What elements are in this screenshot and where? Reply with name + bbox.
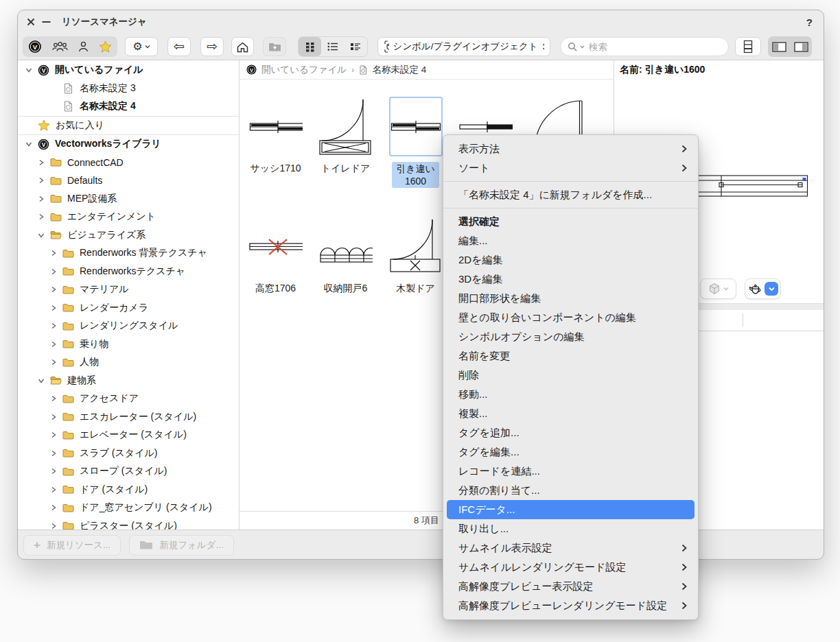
chevron-right-icon[interactable] xyxy=(49,268,58,275)
menu-item-attach-record[interactable]: レコードを連結... xyxy=(447,462,695,481)
sidebar-item-pilaster[interactable]: ピラスター (スタイル) xyxy=(18,517,239,530)
chevron-right-icon[interactable] xyxy=(49,250,58,257)
breadcrumb-current[interactable]: 名称未設定 4 xyxy=(372,64,426,76)
menu-item-hires-preview-display-settings[interactable]: 高解像度プレビュー表示設定 xyxy=(447,577,695,596)
up-folder-button[interactable] xyxy=(263,37,286,56)
chevron-down-icon[interactable] xyxy=(37,232,45,239)
menu-item-duplicate[interactable]: 複製... xyxy=(447,404,695,423)
sidebar-item-entertainment[interactable]: エンタテインメント xyxy=(18,208,239,226)
menu-item-confirm-selection[interactable]: 選択確定 xyxy=(447,212,695,231)
menu-item-edit[interactable]: 編集... xyxy=(447,231,695,250)
sidebar-item-vectorworks-library[interactable]: VVectorworksライブラリ xyxy=(18,135,239,154)
chevron-right-icon[interactable] xyxy=(49,431,58,438)
settings-menu-button[interactable]: ⚙ xyxy=(125,37,158,56)
menu-item-edit-tags[interactable]: タグを編集... xyxy=(447,442,695,462)
search-input[interactable] xyxy=(587,41,721,53)
list-view-button[interactable] xyxy=(321,37,344,56)
menu-item-display-method[interactable]: 表示方法 xyxy=(447,139,695,158)
render-mode-dropdown[interactable] xyxy=(765,282,778,296)
sidebar-item-slab[interactable]: スラブ (スタイル) xyxy=(18,444,239,463)
menu-item-edit-opening-shape[interactable]: 開口部形状を編集 xyxy=(447,289,695,308)
chevron-right-icon[interactable] xyxy=(37,177,45,184)
close-icon[interactable] xyxy=(27,18,35,26)
favorites-star-icon[interactable] xyxy=(99,40,112,53)
sidebar-item-building[interactable]: 建物系 xyxy=(18,372,239,390)
resource-item-storage-door-6[interactable]: 収納開戸6 xyxy=(311,217,380,294)
chevron-right-icon[interactable] xyxy=(49,322,58,329)
new-folder-button[interactable]: 新規フォルダ... xyxy=(129,535,234,556)
breadcrumb-root[interactable]: 開いているファイル xyxy=(261,64,347,76)
menu-item-ifc-data[interactable]: IFCデータ... xyxy=(447,500,695,519)
chevron-right-icon[interactable] xyxy=(49,395,58,402)
resource-item-wooden-door[interactable]: 木製ドア xyxy=(381,217,450,294)
right-panel-toggle-button[interactable] xyxy=(794,42,808,52)
resource-type-dropdown[interactable]: シンボル/プラグインオブジェクト xyxy=(377,37,550,56)
chevron-down-icon[interactable] xyxy=(25,67,33,73)
menu-item-thumbnail-display-settings[interactable]: サムネイル表示設定 xyxy=(447,538,695,558)
chevron-right-icon[interactable] xyxy=(49,486,58,493)
sidebar-item-rw-textures[interactable]: Renderworksテクスチャ xyxy=(18,263,239,281)
new-resource-button[interactable]: +新規リソース... xyxy=(23,535,121,556)
chevron-right-icon[interactable] xyxy=(49,341,58,348)
sidebar-item-escalator[interactable]: エスカレーター (スタイル) xyxy=(18,408,239,427)
chevron-right-icon[interactable] xyxy=(37,159,45,166)
sidebar-item-untitled-4[interactable]: 名称未設定 4 xyxy=(18,97,239,116)
chevron-right-icon[interactable] xyxy=(49,359,58,366)
chevron-right-icon[interactable] xyxy=(37,213,45,220)
detail-view-button[interactable] xyxy=(344,37,366,56)
sidebar-item-door-window-assembly[interactable]: ドア_窓アセンブリ (スタイル) xyxy=(18,499,239,517)
sidebar-item-visualize[interactable]: ビジュアライズ系 xyxy=(18,226,239,245)
menu-item-export[interactable]: 取り出し... xyxy=(447,519,695,538)
sidebar-item-people[interactable]: 人物 xyxy=(18,353,239,372)
menu-item-create-folder[interactable]: 「名称未設定 4」に新規フォルダを作成... xyxy=(447,185,695,204)
user-library-icon[interactable] xyxy=(78,41,89,52)
search-field[interactable] xyxy=(560,37,729,56)
vectorworks-logo-button[interactable]: V xyxy=(28,40,42,54)
sidebar-item-vehicles[interactable]: 乗り物 xyxy=(18,335,239,354)
sidebar-item-ramp[interactable]: スロープ (スタイル) xyxy=(18,462,239,481)
back-button[interactable]: ⇦ xyxy=(167,37,191,56)
sidebar-item-connectcad[interactable]: ConnectCAD xyxy=(18,154,239,172)
minimize-icon[interactable] xyxy=(42,21,51,23)
chevron-right-icon[interactable] xyxy=(49,305,58,311)
resource-item-highwindow-1706[interactable]: 高窓1706 xyxy=(241,217,310,294)
sidebar-item-elevator[interactable]: エレベーター (スタイル) xyxy=(18,426,239,444)
sidebar-item-materials[interactable]: マテリアル xyxy=(18,281,239,299)
sidebar-item-defaults[interactable]: Defaults xyxy=(18,171,239,190)
menu-item-assign-classification[interactable]: 分類の割り当て... xyxy=(447,481,695,500)
forward-button[interactable]: ⇨ xyxy=(200,37,224,56)
sidebar-item-untitled-3[interactable]: 名称未設定 3 xyxy=(18,80,239,98)
menu-item-sort[interactable]: ソート xyxy=(447,158,695,178)
preview-3d-mode-button[interactable] xyxy=(700,278,736,299)
sidebar-item-render-camera[interactable]: レンダーカメラ xyxy=(18,299,239,318)
menu-item-edit-2d[interactable]: 2Dを編集 xyxy=(447,250,695,270)
chevron-down-icon[interactable] xyxy=(37,377,45,384)
resource-item-sliding-1600[interactable]: 引き違い1600 xyxy=(381,97,450,188)
chevron-right-icon[interactable] xyxy=(49,414,58,420)
sidebar-item-open-files[interactable]: V開いているファイル xyxy=(18,61,239,80)
sidebar-item-mep[interactable]: MEP設備系 xyxy=(18,190,239,209)
menu-item-delete[interactable]: 削除 xyxy=(447,366,695,385)
sidebar-item-rw-bg-textures[interactable]: Renderworks 背景テクスチャ xyxy=(18,244,239,263)
menu-item-edit-3d[interactable]: 3Dを編集 xyxy=(447,270,695,289)
chevron-right-icon[interactable] xyxy=(37,195,45,202)
home-button[interactable] xyxy=(231,37,254,56)
shared-libraries-icon[interactable] xyxy=(52,41,68,52)
sidebar-item-favorites[interactable]: お気に入り xyxy=(18,117,239,135)
chevron-right-icon[interactable] xyxy=(49,450,58,457)
menu-item-edit-wall-component[interactable]: 壁との取り合いコンポーネントの編集 xyxy=(447,308,695,327)
title-bar[interactable]: リソースマネージャ ? xyxy=(18,10,824,34)
menu-item-hires-preview-render-mode[interactable]: 高解像度プレビューレンダリングモード設定 xyxy=(447,596,695,615)
left-panel-toggle-button[interactable] xyxy=(772,42,786,52)
resource-item-toilet-door[interactable]: トイレドア xyxy=(311,97,380,174)
chevron-down-icon[interactable] xyxy=(25,141,33,147)
chevron-right-icon[interactable] xyxy=(49,504,58,511)
chevron-right-icon[interactable] xyxy=(49,468,58,475)
menu-item-thumbnail-render-mode[interactable]: サムネイルレンダリングモード設定 xyxy=(447,558,695,577)
menu-item-move[interactable]: 移動... xyxy=(447,385,695,404)
resource-item-sash-1710[interactable]: サッシ1710 xyxy=(241,97,310,174)
sidebar-item-door[interactable]: ドア (スタイル) xyxy=(18,481,239,499)
preview-pane-toggle-button[interactable] xyxy=(735,37,761,56)
column-divider[interactable] xyxy=(743,313,743,327)
preview-render-mode-button[interactable] xyxy=(745,278,781,299)
